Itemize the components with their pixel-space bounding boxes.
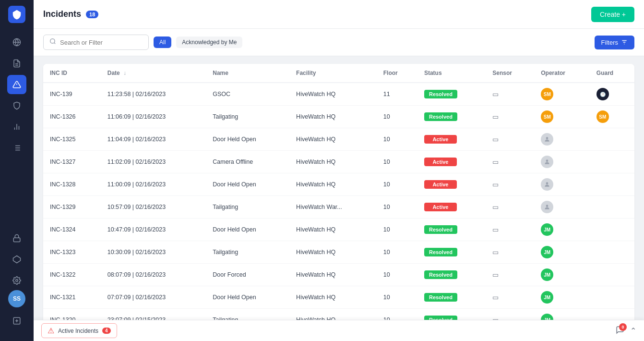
operator-avatar [541, 201, 553, 213]
table-container: INC ID Date ↓ Name Facility Floor Status… [34, 56, 644, 341]
cell-inc-id: INC-1327 [43, 151, 101, 173]
cell-date: 11:04:09 | 02/16/2023 [101, 128, 206, 151]
sidebar-item-analytics[interactable] [7, 117, 26, 136]
cell-operator: JM [534, 241, 590, 264]
cell-facility: HiveWatch HQ [289, 151, 377, 173]
sidebar-item-hex[interactable] [7, 250, 26, 269]
user-avatar[interactable]: SS [8, 290, 25, 307]
cell-name: Door Held Open [206, 286, 289, 309]
table-row[interactable]: INC-132310:30:09 | 02/16/2023TailgatingH… [43, 241, 634, 264]
cell-facility: HiveWatch HQ [289, 241, 377, 264]
sensor-icon: ▭ [492, 158, 499, 166]
cell-status: Active [417, 196, 486, 219]
svg-point-28 [546, 182, 549, 184]
cell-facility: HiveWatch HQ [289, 173, 377, 196]
cell-operator: JM [534, 286, 590, 309]
collapse-button[interactable]: ⌃ [630, 326, 636, 335]
sidebar-item-lock[interactable] [7, 229, 26, 248]
sidebar-item-list[interactable] [7, 138, 26, 158]
bottom-bar: ⚠ Active Incidents 4 0 ⌃ [34, 320, 644, 341]
sidebar-item-settings[interactable] [7, 271, 26, 290]
sidebar-item-shield[interactable] [7, 96, 26, 115]
incidents-table: INC ID Date ↓ Name Facility Floor Status… [43, 64, 634, 341]
col-facility: Facility [289, 64, 377, 83]
cell-sensor: ▭ [486, 106, 534, 128]
cell-name: Door Forced [206, 264, 289, 286]
cell-sensor: ▭ [486, 128, 534, 151]
cell-name: Camera Offline [206, 151, 289, 173]
cell-guard [590, 196, 634, 219]
cell-inc-id: INC-1323 [43, 241, 101, 264]
cell-status: Active [417, 128, 486, 151]
sensor-icon: ▭ [492, 181, 499, 188]
cell-date: 10:30:09 | 02/16/2023 [101, 241, 206, 264]
cell-sensor: ▭ [486, 196, 534, 219]
chat-button[interactable]: 0 [616, 326, 624, 336]
table-row[interactable]: INC-132811:00:09 | 02/16/2023Door Held O… [43, 173, 634, 196]
table-row[interactable]: INC-13911:23:58 | 02/16/2023GSOCHiveWatc… [43, 83, 634, 106]
operator-avatar: JM [541, 268, 553, 281]
table-row[interactable]: INC-132910:57:09 | 02/16/2023TailgatingH… [43, 196, 634, 219]
search-input[interactable] [60, 39, 143, 46]
table-row[interactable]: INC-132208:07:09 | 02/16/2023Door Forced… [43, 264, 634, 286]
sensor-icon: ▭ [492, 113, 499, 121]
cell-sensor: ▭ [486, 83, 534, 106]
cell-inc-id: INC-1321 [43, 286, 101, 309]
cell-inc-id: INC-1324 [43, 219, 101, 241]
col-sensor: Sensor [486, 64, 534, 83]
sensor-icon: ▭ [492, 271, 499, 279]
filters-button[interactable]: Filters [595, 36, 634, 49]
cell-facility: HiveWatch HQ [289, 128, 377, 151]
operator-avatar: SM [541, 88, 553, 100]
cell-status: Resolved [417, 219, 486, 241]
incidents-count-badge: 18 [86, 11, 98, 18]
create-button[interactable]: Create + [591, 7, 634, 22]
notif-count-badge: 0 [619, 323, 627, 331]
cell-facility: HiveWatch HQ [289, 219, 377, 241]
sidebar-add-btn[interactable] [7, 311, 26, 330]
cell-operator: JM [534, 219, 590, 241]
cell-name: Door Held Open [206, 219, 289, 241]
sensor-icon: ▭ [492, 203, 499, 211]
table-row[interactable]: INC-132711:02:09 | 02/16/2023Camera Offl… [43, 151, 634, 173]
sidebar-item-globe[interactable] [7, 33, 26, 52]
sidebar-item-incidents[interactable] [7, 75, 26, 94]
notif-badge-wrap: 0 [616, 326, 624, 336]
filter-ack-chip[interactable]: Acknowledged by Me [176, 37, 242, 48]
col-status: Status [417, 64, 486, 83]
sensor-icon: ▭ [492, 135, 499, 143]
operator-avatar [541, 133, 553, 146]
svg-point-17 [16, 280, 18, 282]
table-row[interactable]: INC-132107:07:09 | 02/16/2023Door Held O… [43, 286, 634, 309]
operator-avatar: JM [541, 246, 553, 258]
col-date[interactable]: Date ↓ [101, 64, 206, 83]
cell-inc-id: INC-1322 [43, 264, 101, 286]
cell-operator [534, 173, 590, 196]
table-row[interactable]: INC-132511:04:09 | 02/16/2023Door Held O… [43, 128, 634, 151]
cell-operator: SM [534, 83, 590, 106]
sidebar-item-document[interactable] [7, 54, 26, 73]
active-incidents-button[interactable]: ⚠ Active Incidents 4 [41, 323, 117, 338]
cell-sensor: ▭ [486, 264, 534, 286]
filter-all-chip[interactable]: All [154, 37, 171, 48]
cell-facility: HiveWatch HQ [289, 106, 377, 128]
table-row[interactable]: INC-132410:47:09 | 02/16/2023Door Held O… [43, 219, 634, 241]
cell-facility: HiveWatch HQ [289, 264, 377, 286]
cell-date: 11:02:09 | 02/16/2023 [101, 151, 206, 173]
cell-floor: 10 [377, 173, 417, 196]
col-floor: Floor [377, 64, 417, 83]
sidebar-bottom: SS [7, 290, 26, 335]
cell-guard [590, 173, 634, 196]
col-guard: Guard [590, 64, 634, 83]
cell-operator: JM [534, 264, 590, 286]
guard-avatar: 🕐 [596, 88, 609, 100]
cell-name: Tailgating [206, 196, 289, 219]
table-row[interactable]: INC-132611:06:09 | 02/16/2023TailgatingH… [43, 106, 634, 128]
cell-date: 11:00:09 | 02/16/2023 [101, 173, 206, 196]
search-box[interactable] [43, 35, 149, 50]
sidebar-nav [0, 33, 34, 290]
header: Incidents 18 Create + [34, 0, 644, 29]
col-operator: Operator [534, 64, 590, 83]
app-logo[interactable] [8, 6, 25, 23]
cell-facility: HiveWatch HQ [289, 83, 377, 106]
